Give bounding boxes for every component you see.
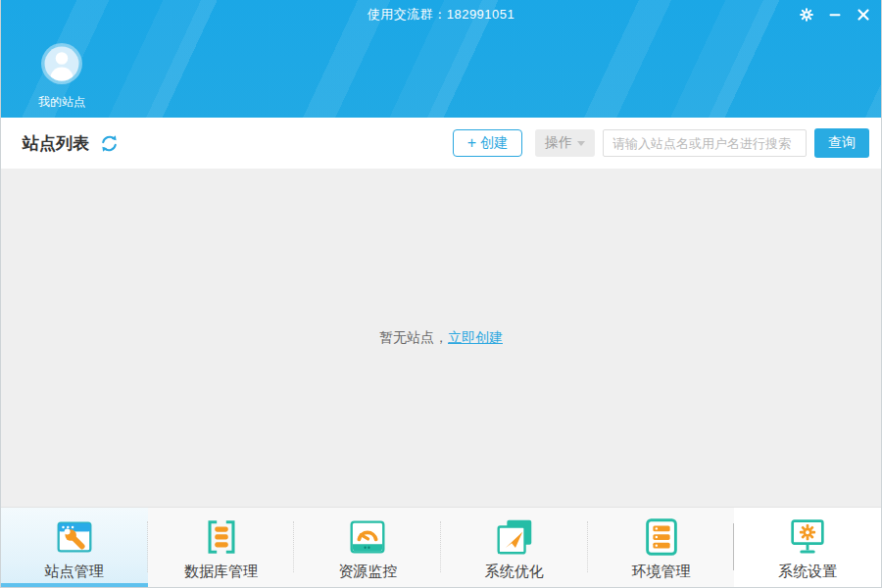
minimize-icon[interactable] <box>825 5 845 24</box>
titlebar-controls <box>797 0 873 29</box>
site-list-content: 暂无站点，立即创建 <box>1 169 881 507</box>
database-management-icon <box>199 514 244 560</box>
nav-item-label: 站点管理 <box>45 563 104 581</box>
caret-down-icon <box>577 141 585 146</box>
nav-item-system-optimize[interactable]: 系统优化 <box>441 508 588 587</box>
nav-item-site-management[interactable]: 站点管理 <box>1 508 148 587</box>
nav-item-environment-management[interactable]: 环境管理 <box>588 508 735 587</box>
toolbar-actions: + 创建 操作 查询 <box>453 128 869 158</box>
action-button-label: 操作 <box>545 134 572 152</box>
resource-monitor-icon <box>345 514 390 560</box>
profile-label: 我的站点 <box>36 94 87 111</box>
create-button[interactable]: + 创建 <box>453 129 522 157</box>
query-button[interactable]: 查询 <box>814 128 869 158</box>
environment-management-icon <box>639 514 684 560</box>
toolbar: 站点列表 + 创建 操作 查询 <box>1 118 881 169</box>
settings-icon[interactable] <box>797 5 816 24</box>
titlebar: 使用交流群：182991051 <box>1 0 881 29</box>
action-dropdown-button[interactable]: 操作 <box>535 129 595 157</box>
nav-item-label: 数据库管理 <box>184 563 258 581</box>
nav-item-label: 系统优化 <box>485 563 544 581</box>
refresh-icon[interactable] <box>99 133 120 154</box>
nav-item-resource-monitor[interactable]: 资源监控 <box>294 508 441 587</box>
query-button-label: 查询 <box>828 134 856 150</box>
bottom-nav: 站点管理 数据库管理 资源监控 <box>1 507 881 587</box>
profile-block[interactable]: 我的站点 <box>36 41 87 111</box>
blue-header: 使用交流群：182991051 <box>1 0 881 118</box>
system-optimize-icon <box>492 514 537 560</box>
nav-item-label: 环境管理 <box>632 563 691 581</box>
search-input[interactable] <box>603 129 807 157</box>
user-avatar <box>39 41 84 86</box>
system-settings-icon <box>785 514 830 560</box>
nav-item-system-settings[interactable]: 系统设置 <box>734 508 881 587</box>
plus-icon: + <box>467 135 476 151</box>
close-icon[interactable] <box>854 5 873 24</box>
site-management-icon <box>52 514 97 560</box>
app-window: 使用交流群：182991051 <box>0 0 882 588</box>
empty-state-text: 暂无站点， <box>379 329 448 345</box>
nav-item-label: 资源监控 <box>338 563 397 581</box>
page-title: 站点列表 <box>23 132 89 155</box>
create-button-label: 创建 <box>480 134 508 152</box>
nav-item-label: 系统设置 <box>778 563 837 581</box>
create-now-link[interactable]: 立即创建 <box>448 329 503 345</box>
nav-item-database-management[interactable]: 数据库管理 <box>148 508 295 587</box>
titlebar-title: 使用交流群：182991051 <box>368 6 515 24</box>
empty-state: 暂无站点，立即创建 <box>379 329 503 347</box>
